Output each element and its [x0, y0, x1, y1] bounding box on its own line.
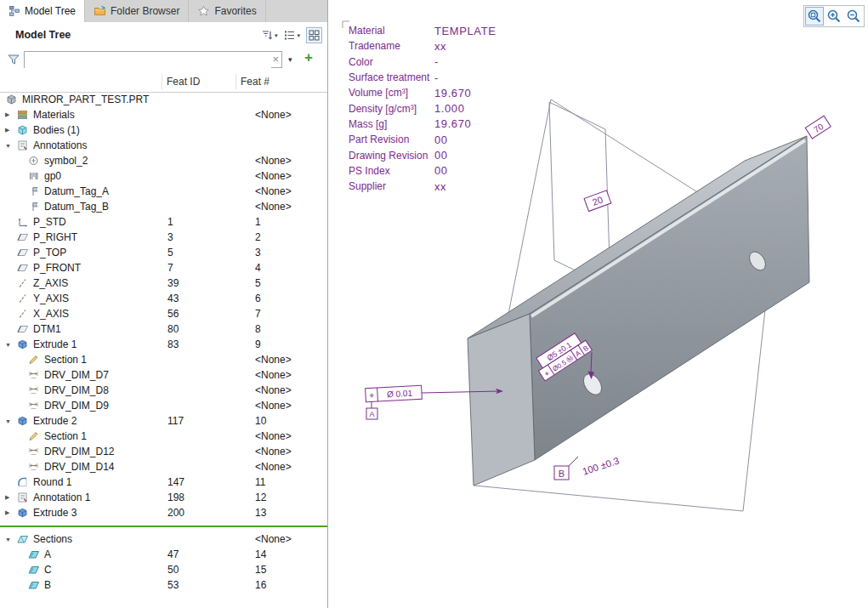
- tree-item-label: Section 1: [44, 430, 87, 442]
- tree-row[interactable]: Datum_Tag_A<None>: [0, 184, 327, 199]
- tab-folder-browser[interactable]: Folder Browser: [85, 0, 189, 22]
- dim-icon: [27, 384, 41, 396]
- tree-row[interactable]: DRV_DIM_D14<None>: [0, 459, 327, 474]
- tree-row[interactable]: X_AXIS567: [0, 306, 327, 321]
- info-label: Density [g/cm³]: [349, 103, 434, 115]
- graphics-area[interactable]: 20 70 100 ±0.3 B ⌖: [329, 0, 868, 608]
- fcf-surface[interactable]: ⌖ Ø 0.01: [366, 385, 423, 401]
- tree-row[interactable]: DRV_DIM_D7<None>: [0, 367, 327, 383]
- feat-num-value: 1: [255, 216, 261, 228]
- tree-row[interactable]: ▼Annotations: [0, 138, 327, 153]
- tree-row[interactable]: P_FRONT74: [0, 260, 327, 276]
- tree-row[interactable]: ▼Extrude 211710: [0, 413, 327, 429]
- feat-id-value: 117: [167, 415, 184, 427]
- tree-item-label: DRV_DIM_D7: [44, 369, 109, 381]
- info-value: xx: [434, 40, 446, 53]
- expander-expanded-icon[interactable]: ▼: [5, 537, 16, 543]
- info-label: PS Index: [349, 165, 434, 177]
- svg-text:Ø 0.01: Ø 0.01: [387, 389, 413, 400]
- feat-id-value: 200: [167, 507, 184, 519]
- dim-height[interactable]: 70: [805, 116, 831, 139]
- tree-row[interactable]: B5316: [0, 577, 327, 593]
- model-beam[interactable]: [468, 136, 809, 486]
- tree-row[interactable]: ▼Sections<None>: [0, 531, 327, 547]
- tree-row[interactable]: Z_AXIS395: [0, 276, 327, 291]
- info-label: Color: [349, 56, 434, 68]
- tab-model-tree[interactable]: Model Tree: [0, 0, 85, 23]
- info-value: -: [434, 71, 439, 84]
- filter-settings-button[interactable]: ▾: [261, 29, 278, 42]
- tree-row[interactable]: ▶Materials<None>: [0, 107, 327, 122]
- tree-row[interactable]: Datum_Tag_B<None>: [0, 199, 327, 214]
- zoom-out-button[interactable]: [844, 7, 863, 26]
- tree-item-label: Annotations: [33, 139, 87, 151]
- tree-row[interactable]: DRV_DIM_D8<None>: [0, 383, 327, 398]
- datum-flag-a[interactable]: A: [366, 401, 377, 419]
- filter-dropdown-caret[interactable]: ▾: [288, 55, 292, 64]
- feat-num-value: 10: [255, 415, 266, 427]
- tree-row[interactable]: ▶Extrude 320013: [0, 505, 327, 520]
- tree-row[interactable]: Y_AXIS436: [0, 291, 327, 306]
- info-value: 00: [434, 149, 448, 162]
- tab-label: Folder Browser: [111, 5, 179, 17]
- zoom-in-button[interactable]: [825, 7, 843, 26]
- axis-icon: [16, 308, 30, 320]
- feat-num-value: 7: [255, 308, 261, 320]
- column-header-feat-num[interactable]: Feat #: [241, 76, 269, 88]
- tree-item-label: Datum_Tag_B: [44, 201, 109, 213]
- indent-spacer: [5, 436, 16, 437]
- extrude-icon: [16, 415, 30, 427]
- expander-expanded-icon[interactable]: ▼: [5, 143, 16, 149]
- tree-row[interactable]: P_TOP53: [0, 245, 327, 260]
- svg-text:B: B: [559, 469, 564, 479]
- datum-flag-b[interactable]: B: [554, 457, 578, 480]
- column-header-feat-id[interactable]: Feat ID: [167, 76, 200, 88]
- tree-filter-input[interactable]: [25, 53, 271, 68]
- tree-row[interactable]: ▶Annotation 119812: [0, 490, 327, 505]
- tree-item-label: B: [44, 579, 51, 591]
- expander-collapsed-icon[interactable]: ▶: [5, 127, 16, 134]
- tree-columns-button[interactable]: [306, 27, 322, 43]
- tree-row[interactable]: A4714: [0, 547, 327, 562]
- plane-icon: [16, 247, 30, 259]
- tree-item-label: Materials: [33, 109, 75, 121]
- dim-thickness[interactable]: 20: [584, 190, 611, 212]
- indent-spacer: [5, 390, 16, 391]
- tree-display-settings-button[interactable]: ▾: [283, 29, 300, 42]
- tree-row[interactable]: gp0<None>: [0, 168, 327, 184]
- tree-row[interactable]: P_STD11: [0, 214, 327, 230]
- expander-expanded-icon[interactable]: ▼: [5, 342, 16, 348]
- expander-collapsed-icon[interactable]: ▶: [5, 111, 16, 118]
- tree-item-label: X_AXIS: [33, 308, 69, 320]
- tab-favorites[interactable]: Favorites: [189, 0, 265, 22]
- tree-row[interactable]: Section 1<None>: [0, 429, 327, 444]
- zoom-window-button[interactable]: [805, 7, 824, 26]
- expander-collapsed-icon[interactable]: ▶: [5, 509, 16, 516]
- tree-row[interactable]: P_RIGHT32: [0, 230, 327, 245]
- feat-id-value: 53: [167, 579, 179, 591]
- clear-filter-icon[interactable]: ×: [272, 52, 279, 67]
- feat-num-value: <None>: [255, 369, 292, 381]
- tree-row[interactable]: DRV_DIM_D12<None>: [0, 444, 327, 459]
- feat-num-value: 12: [255, 492, 266, 503]
- feat-id-value: 43: [167, 293, 179, 304]
- part-info-annotation[interactable]: MaterialTEMPLATETradenamexxColor-Surface…: [349, 23, 496, 194]
- tree-row[interactable]: ▼Extrude 1839: [0, 337, 327, 352]
- tree-item-label: A: [44, 548, 51, 560]
- tree-row[interactable]: DTM1808: [0, 321, 327, 337]
- add-filter-button[interactable]: +: [304, 49, 313, 66]
- tree-row[interactable]: DRV_DIM_D9<None>: [0, 398, 327, 413]
- tree-row[interactable]: ▶Bodies (1): [0, 122, 327, 138]
- tree-row[interactable]: C5015: [0, 562, 327, 577]
- feat-id-value: 47: [167, 548, 179, 560]
- gp-icon: [27, 170, 41, 182]
- tree-row[interactable]: MIRROR_PART_TEST.PRT: [0, 92, 327, 107]
- expander-collapsed-icon[interactable]: ▶: [5, 494, 16, 501]
- tree-row[interactable]: symbol_2<None>: [0, 153, 327, 168]
- tree-row[interactable]: Round 114711: [0, 474, 327, 490]
- zoom-toolbar: [803, 5, 865, 27]
- dim-length[interactable]: 100 ±0.3: [582, 455, 621, 476]
- tree-row[interactable]: Section 1<None>: [0, 352, 327, 367]
- expander-expanded-icon[interactable]: ▼: [5, 418, 16, 424]
- tree-item-label: Bodies (1): [33, 124, 80, 136]
